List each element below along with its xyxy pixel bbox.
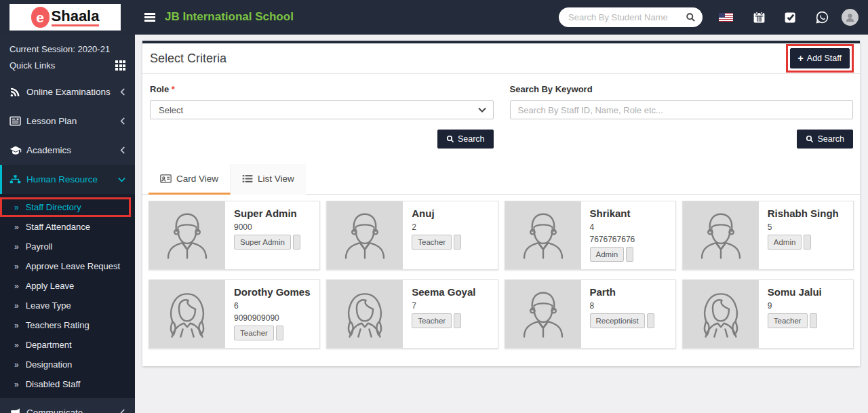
select-criteria-filters: Role * Select Search Search By Keyword	[142, 74, 860, 149]
staff-name: Somu Jalui	[768, 286, 845, 298]
search-icon	[806, 135, 814, 143]
sidebar-item-lesson-plan[interactable]: Lesson Plan	[0, 106, 135, 136]
staff-card[interactable]: Shrikant 4 7676767676 Admin	[505, 201, 676, 270]
double-chevron-icon: »	[14, 242, 19, 252]
staff-role-extra-badge[interactable]	[454, 313, 461, 328]
staff-role-badge[interactable]: Teacher	[412, 235, 452, 250]
double-chevron-icon: »	[14, 380, 19, 389]
staff-role-badge[interactable]: Admin	[768, 235, 802, 250]
keyword-filter-column: Search By Keyword Search	[510, 84, 854, 149]
staff-id: 9	[768, 301, 845, 311]
sidebar-item-online-examinations[interactable]: Online Examinations	[0, 77, 135, 106]
staff-info: Shrikant 4 7676767676 Admin	[581, 201, 675, 269]
double-chevron-icon: »	[14, 360, 19, 370]
staff-name: Super Admin	[234, 208, 311, 219]
staff-card-grid: Super Admin 9000 Super Admin Anuj 2 Teac…	[142, 195, 860, 349]
male-avatar-icon	[149, 201, 225, 269]
double-chevron-icon: »	[14, 321, 19, 330]
staff-role-badge[interactable]: Teacher	[768, 313, 808, 328]
role-select[interactable]: Select	[150, 100, 494, 119]
role-search-button[interactable]: Search	[437, 130, 494, 149]
grid-icon[interactable]	[115, 60, 125, 71]
sidebar-subitem-label: Approve Leave Request	[26, 261, 120, 271]
staff-card[interactable]: Parth 8 Receptionist	[505, 279, 676, 349]
user-avatar[interactable]	[840, 0, 860, 35]
sidebar-subitem-disabled-staff[interactable]: » Disabled Staff	[0, 374, 135, 394]
staff-card[interactable]: Super Admin 9000 Super Admin	[149, 201, 320, 270]
top-bar: e Shaala JB International School	[0, 0, 868, 35]
staff-phone: 7676767676	[590, 235, 667, 244]
male-avatar-icon	[505, 280, 581, 348]
staff-name: Shrikant	[590, 208, 667, 219]
quick-links[interactable]: Quick Links	[0, 54, 135, 77]
staff-role-extra-badge[interactable]	[276, 326, 283, 340]
view-tabs: Card View List View	[142, 164, 860, 195]
sidebar-subitem-apply-leave[interactable]: » Apply Leave	[0, 276, 135, 296]
add-staff-button[interactable]: + Add Staff	[790, 48, 850, 68]
staff-role-extra-badge[interactable]	[647, 313, 654, 328]
sidebar-subitem-label: Teachers Rating	[26, 320, 90, 330]
card-view-icon	[160, 174, 172, 183]
staff-role-badge[interactable]: Teacher	[234, 326, 274, 340]
chevron-left-icon	[120, 117, 125, 125]
search-icon	[446, 135, 454, 143]
staff-card[interactable]: Somu Jalui 9 Teacher	[682, 279, 854, 349]
sidebar-item-communicate[interactable]: Communicate	[0, 398, 135, 413]
chevron-down-icon	[478, 107, 486, 113]
staff-card[interactable]: Seema Goyal 7 Teacher	[326, 279, 498, 349]
student-search-box[interactable]	[559, 7, 703, 27]
staff-role-extra-badge[interactable]	[804, 235, 811, 250]
whatsapp-icon[interactable]	[812, 0, 832, 35]
staff-phone: 9090909090	[234, 313, 311, 323]
keyword-label: Search By Keyword	[510, 84, 854, 94]
sidebar-subitem-leave-type[interactable]: » Leave Type	[0, 296, 135, 315]
staff-info: Parth 8 Receptionist	[581, 280, 675, 348]
tab-card-view[interactable]: Card View	[149, 164, 231, 195]
staff-role-extra-badge[interactable]	[810, 313, 817, 328]
male-avatar-icon	[683, 201, 759, 269]
tasks-check-icon[interactable]	[780, 0, 800, 35]
staff-role-badge[interactable]: Receptionist	[590, 313, 645, 328]
staff-role-extra-badge[interactable]	[293, 235, 300, 250]
staff-id: 4	[590, 222, 667, 232]
female-avatar-icon	[683, 280, 759, 348]
staff-info: Somu Jalui 9 Teacher	[759, 280, 853, 348]
sidebar-subitem-department[interactable]: » Department	[0, 335, 135, 355]
staff-role-extra-badge[interactable]	[626, 247, 633, 262]
staff-card[interactable]: Dorothy Gomes 6 9090909090 Teacher	[149, 279, 320, 349]
keyword-search-button[interactable]: Search	[797, 130, 853, 149]
sidebar-item-label: Human Resource	[26, 174, 98, 184]
double-chevron-icon: »	[14, 262, 19, 271]
sidebar-subitem-approve-leave-request[interactable]: » Approve Leave Request	[0, 256, 135, 276]
staff-id: 9000	[234, 222, 311, 232]
logo-text: Shaala	[52, 8, 100, 26]
keyword-input[interactable]	[510, 100, 854, 119]
search-icon[interactable]	[686, 12, 696, 22]
staff-id: 8	[590, 301, 667, 311]
add-staff-annotation-box: + Add Staff	[786, 44, 854, 73]
hamburger-menu-icon[interactable]	[144, 13, 155, 22]
staff-role-extra-badge[interactable]	[454, 235, 461, 250]
language-flag-icon[interactable]	[715, 0, 736, 35]
staff-info: Rishabh Singh 5 Admin	[759, 201, 853, 269]
staff-card[interactable]: Anuj 2 Teacher	[326, 201, 498, 270]
staff-id: 2	[412, 222, 489, 232]
main-content: Select Criteria + Add Staff Role * Selec…	[142, 41, 860, 366]
sidebar-subitem-payroll[interactable]: » Payroll	[0, 237, 135, 256]
student-search-input[interactable]	[568, 12, 686, 22]
staff-role-badge[interactable]: Admin	[590, 247, 625, 262]
calendar-icon[interactable]	[749, 0, 769, 35]
app-logo[interactable]: e Shaala	[9, 4, 121, 31]
sidebar-subitem-staff-directory[interactable]: » Staff Directory	[0, 197, 131, 217]
sidebar-subitem-designation[interactable]: » Designation	[0, 355, 135, 374]
tab-list-view[interactable]: List View	[231, 164, 306, 195]
staff-card[interactable]: Rishabh Singh 5 Admin	[682, 201, 854, 270]
sidebar-nav: Online Examinations Lesson Plan	[0, 77, 135, 413]
staff-role-badge[interactable]: Teacher	[412, 313, 452, 328]
staff-role-badge[interactable]: Super Admin	[234, 235, 291, 250]
sidebar-subitem-staff-attendance[interactable]: » Staff Attendance	[0, 217, 135, 237]
sidebar-item-human-resource[interactable]: Human Resource	[0, 165, 135, 194]
sidebar-item-academics[interactable]: Academics	[0, 136, 135, 165]
sidebar-subitem-teachers-rating[interactable]: » Teachers Rating	[0, 315, 135, 335]
staff-name: Dorothy Gomes	[234, 286, 311, 298]
